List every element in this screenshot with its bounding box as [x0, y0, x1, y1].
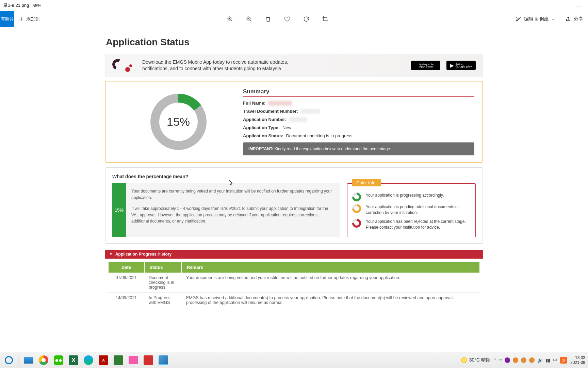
explanation-heading: What does the percentage mean?	[112, 174, 476, 179]
clock[interactable]: 13:03 2021-09	[570, 355, 585, 365]
share-button[interactable]: 分享	[566, 16, 583, 22]
donut-percent-label: 15%	[159, 103, 198, 141]
file-explorer-icon[interactable]	[22, 354, 35, 366]
emgs-logo	[112, 59, 132, 72]
clock-date: 2021-09	[570, 360, 585, 365]
app-status-value: Document checking is in progress	[286, 133, 352, 138]
tray-app-icon[interactable]	[521, 357, 526, 363]
photo-btn-label: 有照片	[1, 16, 14, 22]
color-info-tab: Color Info:	[352, 179, 381, 186]
edit-tools-icon	[515, 16, 521, 22]
explanation-text: Your documents are currently being vette…	[126, 183, 340, 237]
app-toolbar: 有照片 + 添加到 编辑 & 创建 ⌄ 分享	[0, 11, 588, 27]
row-date: 14/09/2021	[109, 293, 144, 308]
favorite-icon[interactable]	[284, 16, 291, 22]
add-to-button[interactable]: + 添加到	[19, 15, 40, 24]
tray-app-icon[interactable]	[529, 357, 535, 363]
travel-doc-label: Travel Document Number:	[243, 109, 298, 114]
ring-red-icon	[352, 219, 361, 228]
battery-icon[interactable]: ▮▮	[545, 358, 550, 363]
col-remark-header: Remark	[181, 262, 479, 273]
volume-icon[interactable]: 🔊	[537, 358, 543, 363]
tray-chevron-icon[interactable]: ˄	[494, 358, 496, 363]
acrobat-icon[interactable]: A	[97, 354, 110, 366]
row-status: Document checking is in progress	[144, 273, 181, 292]
taskbar: ●● X A 30°C 晴朗 ˄ ⌔ 🔊 ▮▮ 中 S 13:03 2021-0…	[0, 352, 588, 368]
system-tray: ˄ ⌔ 🔊 ▮▮ 中 S	[494, 357, 567, 364]
progress-history-header[interactable]: ▼ Application Progress History	[105, 250, 483, 259]
page-title: Application Status	[106, 37, 483, 48]
view-all-photos-button[interactable]: 有照片	[0, 11, 14, 27]
percent-strip: 15%	[112, 183, 126, 237]
app-type-label: Application Type:	[243, 125, 280, 130]
color-info-orange-text: Your application is pending additional d…	[366, 204, 471, 216]
excel-icon[interactable]: X	[67, 354, 80, 366]
edit-create-label: 编辑 & 创建	[524, 16, 549, 22]
progress-history-title: Application Progress History	[115, 252, 172, 257]
add-to-label: 添加到	[26, 16, 40, 22]
camtasia-icon[interactable]	[112, 354, 125, 366]
progress-history-section: ▼ Application Progress History Date Stat…	[105, 250, 483, 308]
sun-icon	[461, 357, 467, 363]
wechat-icon[interactable]: ●●	[52, 354, 65, 366]
google-play-button[interactable]: ▶ Get it onGoogle play	[446, 61, 476, 70]
summary-heading: Summary	[243, 88, 474, 97]
color-info-box: Color Info: Your application is progress…	[347, 183, 476, 237]
delete-icon[interactable]	[265, 16, 272, 22]
collapse-triangle-icon: ▼	[109, 252, 113, 256]
full-name-value: xxxx	[268, 101, 292, 106]
promo-banner: Download the EMGS Mobile App today to re…	[105, 54, 483, 77]
col-status-header: Status	[144, 262, 181, 273]
travel-doc-value: xxxx	[301, 109, 320, 114]
share-icon	[566, 16, 571, 22]
window-title-bar: 录1-9.21.png 55% —	[0, 0, 588, 11]
ring-green-icon	[352, 193, 361, 201]
sogou-ime-icon[interactable]: S	[560, 357, 567, 364]
color-info-green-text: Your application is progressing accordin…	[366, 193, 444, 198]
row-date: 07/09/2021	[109, 273, 144, 292]
chrome-icon[interactable]	[37, 354, 50, 366]
tray-app-icon[interactable]	[505, 357, 510, 363]
history-table-header: Date Status Remark	[109, 262, 479, 273]
cortana-icon[interactable]	[3, 354, 15, 366]
wifi-icon[interactable]: ⌔	[499, 358, 502, 363]
table-row: 14/09/2021 In Progress with EMGS EMGS ha…	[109, 293, 479, 308]
app-type-value: New	[282, 125, 291, 130]
row-remark: EMGS has received additional document(s)…	[181, 293, 479, 308]
progress-donut-chart: 15%	[150, 94, 207, 150]
tray-app-icon[interactable]	[513, 357, 518, 363]
weather-text: 30°C 晴朗	[469, 357, 491, 363]
crop-icon[interactable]	[322, 16, 329, 22]
share-label: 分享	[574, 16, 583, 22]
important-notice: IMPORTANT: Kindly read the explanation b…	[243, 142, 474, 155]
row-remark: Your documents are being vetted and your…	[181, 273, 479, 292]
edge-icon[interactable]	[82, 354, 95, 366]
promo-text: Download the EMGS Mobile App today to re…	[142, 59, 299, 72]
clock-time: 13:03	[570, 355, 585, 360]
plus-icon: +	[19, 15, 23, 24]
explanation-card: What does the percentage mean? 15% Your …	[105, 167, 483, 244]
app-number-label: Application Number:	[243, 117, 287, 122]
row-status: In Progress with EMGS	[144, 293, 181, 308]
zoom-in-icon[interactable]	[227, 16, 233, 22]
photos-app-icon[interactable]	[157, 354, 169, 366]
ring-orange-icon	[352, 204, 361, 213]
full-name-label: Full Name:	[243, 101, 265, 106]
chevron-down-icon: ⌄	[552, 17, 555, 21]
app-status-label: Application Status:	[243, 133, 283, 138]
play-icon: ▶	[450, 63, 454, 68]
zoom-level: 55%	[32, 3, 41, 8]
minimize-button[interactable]: —	[573, 2, 585, 9]
ime-icon[interactable]: 中	[553, 357, 557, 363]
color-info-red-text: Your application has been rejected at th…	[366, 219, 471, 231]
zoom-out-icon[interactable]	[246, 16, 252, 22]
table-row: 07/09/2021 Document checking is in progr…	[109, 273, 479, 293]
app-pink-icon[interactable]	[127, 354, 140, 366]
app-store-button[interactable]: Available on theApp Store	[411, 61, 440, 70]
weather-widget[interactable]: 30°C 晴朗	[461, 357, 491, 363]
recorder-icon[interactable]	[142, 354, 154, 366]
app-number-value: xxxx	[289, 117, 307, 122]
edit-create-dropdown[interactable]: 编辑 & 创建 ⌄	[515, 16, 555, 22]
rotate-icon[interactable]	[303, 16, 310, 22]
file-name: 录1-9.21.png	[3, 2, 29, 9]
